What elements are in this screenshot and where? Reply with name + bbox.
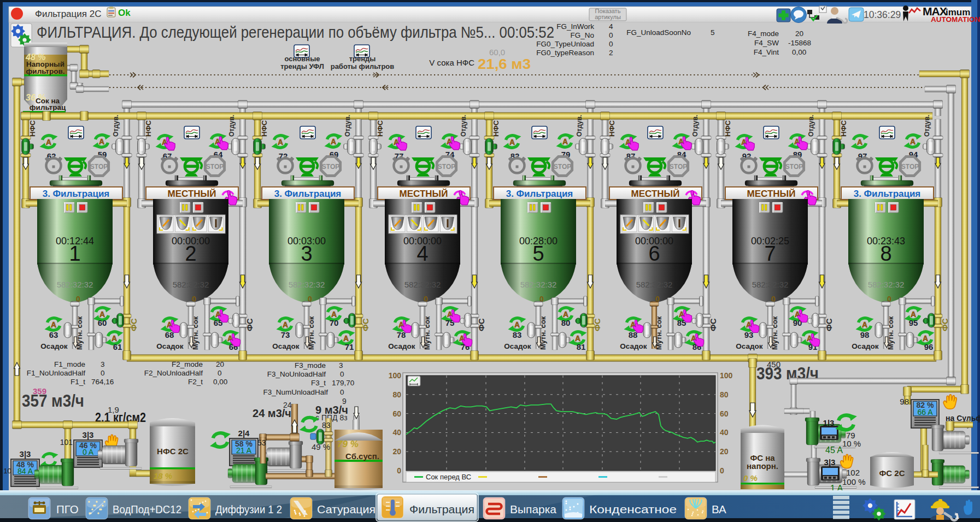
svg-text:Осадок: Осадок xyxy=(852,342,878,350)
svg-text:F4_SW: F4_SW xyxy=(754,39,779,47)
svg-text:F4_mode: F4_mode xyxy=(748,30,779,38)
svg-text:ПГО: ПГО xyxy=(56,503,79,515)
svg-text:Мутн. сок: Мутн. сок xyxy=(75,316,84,350)
svg-text:A: A xyxy=(343,334,349,343)
svg-text:0: 0 xyxy=(609,31,613,39)
svg-text:работы фильтров: работы фильтров xyxy=(331,62,395,71)
svg-text:21,6 м3: 21,6 м3 xyxy=(478,56,531,72)
svg-text:53: 53 xyxy=(257,438,266,447)
svg-text:ФС: ФС xyxy=(592,318,602,331)
svg-text:61: 61 xyxy=(113,342,122,351)
svg-text:179,70: 179,70 xyxy=(332,379,354,387)
svg-text:582:32:32: 582:32:32 xyxy=(404,280,441,289)
svg-text:фильтров.: фильтров. xyxy=(26,67,65,75)
svg-text:2: 2 xyxy=(185,242,196,265)
svg-text:фильтрац: фильтрац xyxy=(30,103,66,112)
svg-text:Отдув.: Отдув. xyxy=(460,115,467,137)
svg-text:A: A xyxy=(857,138,862,146)
svg-text:основные: основные xyxy=(285,55,320,63)
svg-text:A: A xyxy=(575,334,580,343)
svg-text:A: A xyxy=(51,320,56,329)
svg-text:83: 83 xyxy=(513,330,522,339)
svg-text:80: 80 xyxy=(392,390,401,399)
svg-text:ФС: ФС xyxy=(361,318,370,331)
svg-text:10 %: 10 % xyxy=(842,439,861,448)
svg-text:Отдув.: Отдув. xyxy=(923,115,931,137)
svg-text:0: 0 xyxy=(609,40,613,48)
svg-text:20: 20 xyxy=(216,360,224,368)
svg-text:71: 71 xyxy=(345,342,354,351)
svg-text:ФС: ФС xyxy=(245,318,254,331)
svg-text:НФС: НФС xyxy=(724,120,732,137)
svg-text:НФС: НФС xyxy=(608,120,616,137)
svg-text:0,00: 0,00 xyxy=(792,48,806,56)
svg-text:3|3: 3|3 xyxy=(824,458,836,467)
svg-text:ФС: ФС xyxy=(708,318,718,331)
svg-text:582:32:32: 582:32:32 xyxy=(289,280,325,289)
svg-text:764,16: 764,16 xyxy=(91,378,114,386)
svg-text:Конденсатное: Конденсатное xyxy=(589,503,677,515)
svg-text:Осадок: Осадок xyxy=(504,342,531,350)
svg-text:AUTOMATION: AUTOMATION xyxy=(931,15,980,24)
svg-text:F3_mode: F3_mode xyxy=(295,361,326,369)
svg-text:Отдув.: Отдув. xyxy=(112,115,120,137)
svg-text:3: 3 xyxy=(339,361,343,369)
svg-text:-15868: -15868 xyxy=(788,39,811,47)
svg-text:Мутн. сок: Мутн. сок xyxy=(887,316,895,350)
svg-text:3|3: 3|3 xyxy=(20,449,31,459)
svg-text:4: 4 xyxy=(416,242,428,265)
svg-text:0: 0 xyxy=(397,466,401,475)
svg-text:A: A xyxy=(112,334,117,343)
svg-text:Осадок: Осадок xyxy=(272,342,299,350)
svg-text:FG_InWork: FG_InWork xyxy=(556,22,594,31)
svg-text:100: 100 xyxy=(389,371,402,380)
svg-text:80: 80 xyxy=(561,318,571,327)
svg-text:V сока НФС: V сока НФС xyxy=(429,58,474,67)
svg-text:Мутн. сок: Мутн. сок xyxy=(307,316,315,350)
svg-text:Отдув.: Отдув. xyxy=(344,115,351,137)
svg-text:20: 20 xyxy=(392,447,401,456)
svg-text:357 м3/ч: 357 м3/ч xyxy=(22,391,84,410)
svg-text:A: A xyxy=(514,320,520,329)
svg-text:STOP: STOP xyxy=(206,163,224,171)
svg-text:2: 2 xyxy=(609,49,613,57)
svg-text:A: A xyxy=(923,334,928,343)
svg-text:95: 95 xyxy=(909,318,918,327)
svg-text:18 %: 18 % xyxy=(154,471,172,480)
svg-text:ФС 2С: ФС 2С xyxy=(879,468,905,478)
svg-text:Сб.сусп.: Сб.сусп. xyxy=(345,451,379,461)
svg-text:3. Фильтрация: 3. Фильтрация xyxy=(43,189,110,199)
svg-text:A: A xyxy=(331,137,336,146)
svg-text:МЕСТНЫЙ: МЕСТНЫЙ xyxy=(168,189,216,199)
svg-text:40: 40 xyxy=(392,428,401,437)
svg-text:20: 20 xyxy=(795,30,803,38)
svg-text:Мутн. сок: Мутн. сок xyxy=(655,316,663,350)
svg-text:20: 20 xyxy=(720,447,729,456)
svg-text:0: 0 xyxy=(218,369,222,377)
svg-text:2|4: 2|4 xyxy=(238,429,250,438)
svg-text:F3_NoUnloadHalf: F3_NoUnloadHalf xyxy=(267,370,326,378)
svg-text:тренды: тренды xyxy=(349,55,376,63)
svg-text:40: 40 xyxy=(720,428,729,437)
svg-text:НФС: НФС xyxy=(840,120,848,137)
svg-text:A: A xyxy=(46,138,51,146)
svg-text:F3_NumUnloadHalf: F3_NumUnloadHalf xyxy=(263,388,328,396)
svg-text:STOP: STOP xyxy=(554,163,571,171)
svg-text:102: 102 xyxy=(846,468,860,477)
svg-text:582:32:32: 582:32:32 xyxy=(173,280,209,289)
svg-text:21 A: 21 A xyxy=(236,446,252,455)
svg-text:STOP: STOP xyxy=(438,163,455,171)
svg-text:5: 5 xyxy=(711,28,715,37)
svg-text:0,00: 0,00 xyxy=(213,378,227,386)
svg-text:артикулы: артикулы xyxy=(595,14,621,20)
svg-text:3. Фильтрация: 3. Фильтрация xyxy=(854,189,921,199)
svg-text:F2_mode: F2_mode xyxy=(172,360,203,368)
svg-text:ФС: ФС xyxy=(940,318,949,331)
svg-text:F1_t: F1_t xyxy=(71,378,85,386)
svg-text:73: 73 xyxy=(281,330,290,339)
svg-text:STOP: STOP xyxy=(322,163,339,171)
svg-text:ВодПод+DC12: ВодПод+DC12 xyxy=(113,503,181,515)
svg-text:3. Фильтрация: 3. Фильтрация xyxy=(274,189,342,199)
svg-text:1|3: 1|3 xyxy=(823,418,835,427)
svg-text:STOP: STOP xyxy=(785,163,803,171)
